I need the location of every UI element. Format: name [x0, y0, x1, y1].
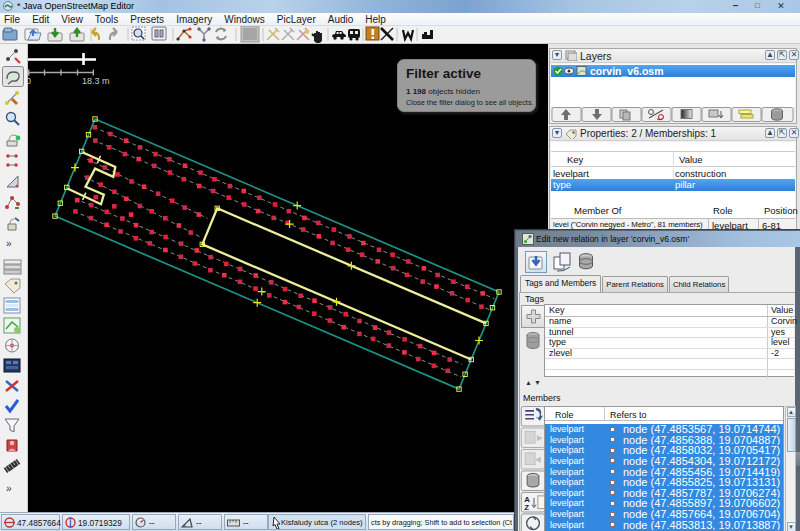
svg-text:»: »: [6, 238, 12, 249]
svg-text:0: 0: [28, 76, 31, 86]
svg-text:18.3 m: 18.3 m: [82, 76, 110, 86]
svg-text:Z: Z: [524, 503, 529, 512]
svg-text:»: »: [6, 483, 12, 494]
